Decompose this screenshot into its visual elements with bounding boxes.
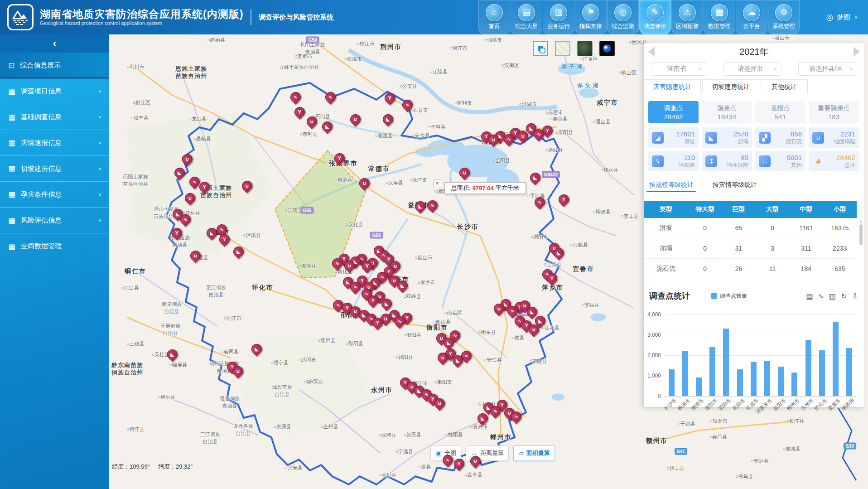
sidebar-item-切坡建房信息[interactable]: ▦切坡建房信息∨ [0, 156, 109, 182]
basemap-thumbnail[interactable] [555, 41, 570, 56]
pin-glyph: ∪ [494, 304, 504, 314]
sidebar-item-风险评估信息[interactable]: ▦风险评估信息∨ [0, 208, 109, 233]
data-view-icon[interactable]: ▤ [806, 292, 813, 300]
table-cell: 3 [756, 238, 789, 259]
pin-glyph: Y [368, 296, 378, 305]
subtab-按规模等级统计[interactable]: 按规模等级统计 [649, 179, 694, 192]
bar-常德市 [751, 362, 757, 396]
user-menu[interactable]: ◎ 梦图 ∨ [826, 0, 858, 34]
level-subtabs: 按规模等级统计按灾情等级统计 [644, 179, 864, 192]
satellite-thumbnail[interactable] [577, 41, 593, 56]
sidebar-item-label: 切坡建房信息 [21, 165, 62, 173]
pin-glyph: Y [295, 107, 304, 117]
region-select-1[interactable]: 请选择市∨ [723, 62, 781, 76]
stat-button-隐患点[interactable]: 隐患点18434 [702, 101, 752, 123]
tab-切坡建房统计[interactable]: 切坡建房统计 [702, 79, 759, 94]
table-cell: 26 [722, 259, 755, 279]
pin-glyph: ∿ [491, 407, 500, 416]
stat-button-value: 183 [828, 112, 839, 121]
table-scrollbar[interactable]: ▲ [858, 219, 863, 284]
app-root: 荆州市岳阳市常德市张家界市益阳市长沙市娄底市邵阳市怀化市衡阳市永州市郴州市萍乡市… [0, 0, 868, 489]
sidebar-item-灾情速报信息[interactable]: ▦灾情速报信息∨ [0, 130, 109, 156]
region-select-2[interactable]: 请选择县/区∨ [798, 62, 857, 76]
chart-bars: 长沙市株洲市湘潭市衡阳市邵阳市岳阳市常德市张家界市益阳市郴州市永州市怀化市娄底市… [665, 315, 856, 396]
nav-icon-首页: ⌂ [486, 4, 503, 21]
chart-legend: 调查点数量 [711, 292, 747, 300]
map-tool-面积量算[interactable]: ▱面积量算 [513, 445, 555, 461]
table-header-中型: 中型 [789, 201, 823, 218]
region-selects: 湖南省∨请选择市∨请选择县/区∨ [644, 62, 864, 76]
year-prev-arrow[interactable] [648, 47, 655, 57]
chevron-down-icon: ∨ [699, 67, 702, 71]
scroll-up-arrow[interactable]: ▲ [858, 219, 863, 223]
nav-icon-业务运行: ▥ [550, 4, 567, 21]
region-select-0[interactable]: 湖南省∨ [651, 62, 706, 76]
stats-panel: 2021年 湖南省∨请选择市∨请选择县/区∨ 灾害隐患统计切坡建房统计其他统计 … [644, 43, 864, 407]
nav-item-云平台[interactable]: ☁云平台 [736, 0, 767, 34]
stat-button-重要隐患点[interactable]: 重要隐患点183 [809, 101, 859, 123]
hazard-card-崩塌: ◣2578崩塌 [702, 127, 752, 148]
stat-button-速报点[interactable]: 速报点541 [755, 101, 805, 123]
eye-icon[interactable]: ◎ [826, 12, 833, 22]
year-next-arrow[interactable] [854, 47, 860, 57]
scroll-thumb[interactable] [859, 224, 863, 245]
nav-item-首页[interactable]: ⌂首页 [478, 0, 510, 34]
table-cell: 0 [688, 238, 722, 259]
latitude-value: 纬度：29.32° [158, 463, 193, 471]
layers-icon[interactable] [533, 41, 548, 56]
bar-slot: 娄底市 [833, 315, 839, 396]
pin-glyph: ◣ [252, 344, 261, 354]
sidebar-item-调查项目信息[interactable]: ▦调查项目信息∨ [0, 78, 109, 104]
hazard-card-text: 110地裂缝 [667, 154, 695, 169]
chevron-down-icon: ∨ [98, 89, 102, 93]
bar-chart-icon[interactable]: ▥ [829, 292, 836, 300]
app-subtitle: Geological hazard protection control app… [40, 20, 243, 26]
nav-item-业务运行[interactable]: ▥业务运行 [543, 0, 574, 34]
sidebar-item-综合信息展示[interactable]: ⊡综合信息展示 [0, 53, 109, 78]
tab-其他统计[interactable]: 其他统计 [761, 79, 808, 94]
chevron-down-icon: ∨ [98, 192, 102, 197]
nav-item-指挥支撑[interactable]: ⚑指挥支撑 [575, 0, 607, 34]
bar-slot: 张家界市 [764, 315, 770, 396]
hazard-card-text: 85地面沉降 [720, 154, 748, 169]
globe-thumbnail[interactable] [599, 41, 615, 56]
nav-item-调查评价[interactable]: ✎调查评价 [639, 0, 671, 34]
hazard-card-text: 2578崩塌 [720, 131, 748, 145]
tab-灾害隐患统计[interactable]: 灾害隐患统计 [644, 79, 701, 94]
pin-glyph: ∿ [190, 177, 199, 187]
nav-item-系统管理[interactable]: ⚙系统管理 [768, 0, 800, 34]
sidebar-item-孕灾条件信息[interactable]: ▦孕灾条件信息∨ [0, 182, 109, 208]
line-chart-icon[interactable]: ∿ [818, 292, 824, 300]
sidebar-collapse-button[interactable]: ‹ [0, 34, 109, 53]
refresh-icon[interactable]: ↻ [841, 292, 847, 300]
table-cell: 11 [756, 259, 789, 279]
pin-glyph: ∿ [511, 412, 521, 421]
y-axis-tick: 2,000 [647, 352, 661, 358]
hazard-card-label: 地裂缝 [667, 161, 695, 169]
nav-item-综合监测[interactable]: ◎综合监测 [607, 0, 639, 34]
hazard-card-地面沉降: ↧85地面沉降 [702, 151, 752, 171]
table-row: 滑坡0650116116375 [644, 218, 857, 238]
stat-button-调查点[interactable]: 调查点28462 [648, 101, 699, 123]
measure-point-marker[interactable]: × [434, 179, 441, 187]
nav-item-数据管理[interactable]: ▩数据管理 [704, 0, 735, 34]
pin-glyph: ∪ [233, 367, 243, 376]
nav-item-区域预警[interactable]: ⚠区域预警 [671, 0, 703, 34]
pin-glyph: ∪ [351, 115, 360, 124]
map-tool-label: 距离量算 [480, 449, 504, 457]
download-icon[interactable]: ⇩ [852, 292, 858, 300]
subtab-按灾情等级统计[interactable]: 按灾情等级统计 [713, 179, 757, 192]
hazard-card-地面塌陷: ∪2231地面塌陷 [809, 127, 859, 148]
sidebar-item-空间数据管理[interactable]: ▦空间数据管理 [0, 233, 109, 259]
bar-slot: 湘西州 [846, 315, 852, 396]
map-tool-icon: ▣ [435, 449, 442, 457]
hazard-card-text: 17601滑坡 [667, 131, 695, 145]
hazard-icon-地面塌陷: ∪ [812, 132, 824, 144]
sidebar-item-基础调查信息[interactable]: ▦基础调查信息∨ [0, 104, 109, 130]
pin-glyph: ∪ [460, 168, 469, 178]
nav-item-综合大屏[interactable]: ▤综合大屏 [511, 0, 542, 34]
hazard-card-value: 110 [667, 154, 695, 161]
pin-glyph: ∪ [489, 135, 498, 145]
app-logo [7, 4, 34, 30]
pin-glyph: ◣ [415, 202, 425, 211]
